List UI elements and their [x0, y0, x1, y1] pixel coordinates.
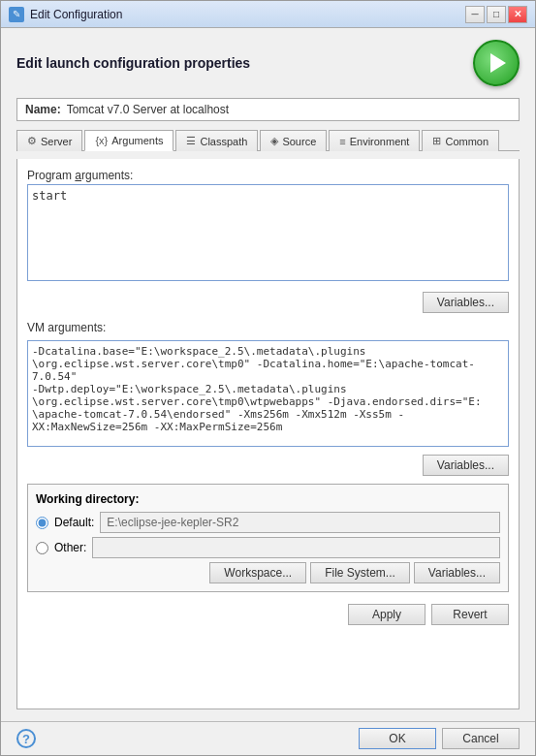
working-directory-section: Working directory: Default: Other: Works… [27, 484, 509, 592]
content-area: Edit launch configuration properties Nam… [1, 28, 535, 721]
classpath-tab-icon: ☰ [186, 135, 196, 147]
vm-args-section: VM arguments: -Dcatalina.base="E:\worksp… [27, 321, 509, 447]
file-system-button[interactable]: File System... [310, 562, 410, 583]
cancel-button[interactable]: Cancel [442, 728, 520, 749]
other-path-input[interactable] [92, 537, 500, 558]
title-bar-left: ✎ Edit Configuration [9, 7, 122, 22]
tab-environment[interactable]: ≡ Environment [329, 130, 420, 151]
apply-button[interactable]: Apply [348, 604, 426, 625]
other-radio[interactable] [36, 542, 48, 554]
server-tab-icon: ⚙ [27, 135, 37, 147]
other-radio-label: Other: [54, 541, 86, 554]
tabs-bar: ⚙ Server {x} Arguments ☰ Classpath ◈ Sou… [16, 129, 520, 151]
tab-classpath-label: Classpath [200, 136, 247, 147]
tab-environment-label: Environment [350, 136, 410, 147]
window-title: Edit Configuration [30, 8, 122, 21]
name-value: Tomcat v7.0 Server at localhost [67, 103, 229, 116]
wd-buttons: Workspace... File System... Variables... [36, 562, 500, 583]
workspace-button[interactable]: Workspace... [209, 562, 306, 583]
title-bar-buttons: ─ □ ✕ [465, 6, 527, 23]
source-tab-icon: ◈ [270, 135, 278, 147]
tab-content-arguments: Program arguments: start Variables... VM… [16, 159, 520, 709]
default-radio-row: Default: [36, 512, 500, 533]
tab-server[interactable]: ⚙ Server [16, 130, 82, 151]
name-row: Name: Tomcat v7.0 Server at localhost [16, 98, 520, 121]
tab-source[interactable]: ◈ Source [260, 130, 327, 151]
page-title: Edit launch configuration properties [16, 55, 250, 71]
default-path-input [100, 512, 500, 533]
revert-button[interactable]: Revert [431, 604, 509, 625]
footer-bar: ? OK Cancel [1, 721, 535, 755]
program-args-label: Program arguments: [27, 169, 509, 182]
tab-source-label: Source [282, 136, 316, 147]
close-button[interactable]: ✕ [508, 6, 527, 23]
minimize-button[interactable]: ─ [465, 6, 485, 23]
tab-arguments[interactable]: {x} Arguments [84, 130, 173, 151]
tab-server-label: Server [41, 136, 72, 147]
program-args-variables-row: Variables... [27, 292, 509, 313]
ok-cancel-row: OK Cancel [359, 728, 520, 749]
tab-common[interactable]: ⊞ Common [422, 130, 499, 151]
default-radio[interactable] [36, 517, 48, 529]
arguments-tab-icon: {x} [95, 135, 108, 146]
wd-variables-button[interactable]: Variables... [414, 562, 500, 583]
help-button[interactable]: ? [16, 729, 36, 748]
play-icon [490, 53, 506, 73]
window: ✎ Edit Configuration ─ □ ✕ Edit launch c… [0, 0, 536, 756]
ok-button[interactable]: OK [359, 728, 436, 749]
apply-revert-row: Apply Revert [27, 604, 509, 625]
program-args-section: Program arguments: start [27, 169, 509, 284]
name-label: Name: [25, 103, 61, 116]
program-args-input[interactable]: start [27, 184, 509, 281]
other-radio-row: Other: [36, 537, 500, 558]
tab-arguments-label: Arguments [111, 135, 163, 146]
program-args-variables-button[interactable]: Variables... [423, 292, 509, 313]
tab-classpath[interactable]: ☰ Classpath [175, 130, 258, 151]
default-radio-label: Default: [54, 516, 94, 529]
vm-args-input[interactable]: -Dcatalina.base="E:\workspace_2.5\.metad… [27, 340, 509, 447]
title-bar: ✎ Edit Configuration ─ □ ✕ [1, 1, 535, 28]
maximize-button[interactable]: □ [487, 6, 506, 23]
header-section: Edit launch configuration properties [16, 40, 520, 86]
working-dir-title: Working directory: [36, 492, 500, 506]
tab-common-label: Common [445, 136, 489, 147]
window-icon: ✎ [9, 7, 24, 22]
run-button[interactable] [473, 40, 520, 86]
environment-tab-icon: ≡ [339, 136, 345, 147]
common-tab-icon: ⊞ [432, 135, 441, 147]
vm-args-label: VM arguments: [27, 321, 509, 334]
vm-args-variables-button[interactable]: Variables... [423, 455, 509, 476]
vm-args-variables-row: Variables... [27, 455, 509, 476]
